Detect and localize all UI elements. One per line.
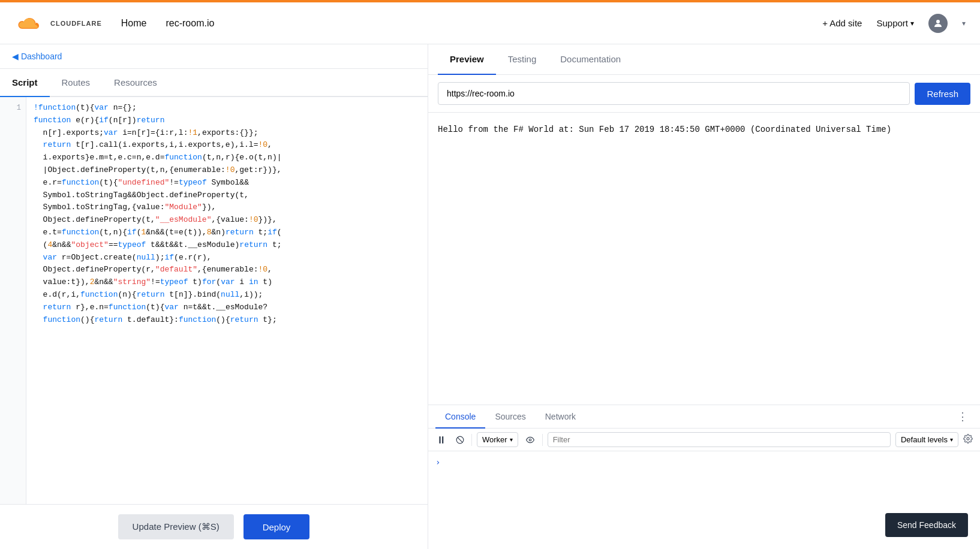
line-numbers: 1 (0, 97, 26, 504)
toolbar-separator (471, 434, 472, 446)
main-layout: ◀ Dashboard Script Routes Resources 1 !f… (0, 44, 980, 549)
filter-input[interactable] (548, 432, 891, 447)
left-panel: ◀ Dashboard Script Routes Resources 1 !f… (0, 44, 428, 549)
deploy-button[interactable]: Deploy (244, 514, 310, 539)
nav-home[interactable]: Home (121, 18, 147, 29)
preview-area: Refresh Hello from the F# World at: Sun … (428, 75, 980, 549)
tab-routes[interactable]: Routes (50, 69, 103, 97)
tab-script[interactable]: Script (0, 69, 50, 97)
bottom-bar: Update Preview (⌘S) Deploy (0, 504, 428, 549)
url-bar: Refresh (428, 75, 980, 113)
right-tabs: Preview Testing Documentation (428, 44, 980, 75)
right-panel: Preview Testing Documentation Refresh He… (428, 44, 980, 549)
user-avatar[interactable] (928, 14, 948, 33)
console-prompt[interactable]: › (435, 457, 440, 467)
header-right: + Add site Support ▾ ▾ (822, 14, 966, 33)
toolbar-separator-2 (542, 434, 543, 446)
user-dropdown-chevron[interactable]: ▾ (962, 19, 966, 28)
nav-links: Home rec-room.io (121, 18, 822, 29)
console-tabs: Console Sources Network ⋮ (428, 405, 980, 429)
refresh-button[interactable]: Refresh (915, 83, 970, 105)
gear-button[interactable] (963, 434, 973, 446)
line-1: 1 (0, 102, 26, 114)
tab-documentation[interactable]: Documentation (548, 44, 633, 75)
code-content[interactable]: !function(t){var n={}; function e(r){if(… (26, 97, 428, 504)
level-select[interactable]: Default levels ▾ (895, 432, 958, 447)
editor-tabs: Script Routes Resources (0, 69, 428, 97)
tab-testing[interactable]: Testing (496, 44, 549, 75)
svg-point-6 (967, 438, 969, 440)
preview-output: Hello from the F# World at: Sun Feb 17 2… (428, 113, 980, 405)
tab-resources[interactable]: Resources (102, 69, 169, 97)
breadcrumb[interactable]: ◀ Dashboard (0, 44, 428, 69)
console-tab-network[interactable]: Network (536, 406, 585, 429)
logo-area[interactable]: CLOUDFLARE (14, 11, 102, 35)
url-input[interactable] (438, 82, 910, 105)
svg-rect-1 (439, 436, 440, 444)
svg-point-0 (936, 20, 940, 23)
logo-text: CLOUDFLARE (50, 20, 102, 27)
nav-site[interactable]: rec-room.io (166, 18, 214, 29)
console-tab-console[interactable]: Console (435, 406, 485, 429)
console-tab-sources[interactable]: Sources (485, 406, 535, 429)
console-toolbar: Worker ▾ Default levels ▾ (428, 429, 980, 451)
svg-line-4 (458, 437, 462, 442)
svg-rect-2 (442, 436, 443, 444)
stop-button[interactable] (453, 433, 467, 447)
code-editor: 1 !function(t){var n={}; function e(r){i… (0, 97, 428, 504)
update-preview-button[interactable]: Update Preview (⌘S) (118, 514, 234, 539)
play-button[interactable] (435, 433, 449, 447)
svg-point-5 (529, 439, 531, 441)
console-menu-icon[interactable]: ⋮ (952, 405, 973, 428)
header: CLOUDFLARE Home rec-room.io + Add site S… (0, 2, 980, 44)
cloudflare-logo (14, 11, 46, 35)
support-button[interactable]: Support ▾ (876, 18, 914, 28)
worker-select[interactable]: Worker ▾ (477, 432, 518, 447)
tab-preview[interactable]: Preview (438, 44, 496, 75)
eye-button[interactable] (523, 433, 537, 447)
send-feedback-button[interactable]: Send Feedback (885, 513, 968, 537)
add-site-button[interactable]: + Add site (822, 18, 862, 28)
